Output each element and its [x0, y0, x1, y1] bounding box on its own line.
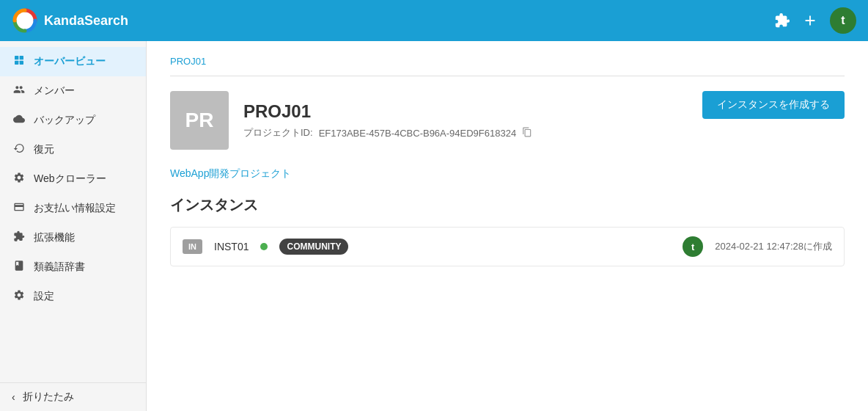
svg-rect-4: [20, 61, 23, 65]
sidebar-item-overview[interactable]: オーバービュー: [0, 47, 146, 76]
sidebar-item-settings[interactable]: 設定: [0, 282, 146, 311]
project-avatar: PR: [170, 91, 229, 150]
sidebar-item-billing-label: お支払い情報設定: [34, 202, 116, 215]
sidebar-nav: オーバービュー メンバー バックアップ 復元: [0, 41, 146, 382]
sidebar-collapse[interactable]: ‹ 折りたたみ: [0, 382, 146, 411]
sidebar-item-members[interactable]: メンバー: [0, 76, 146, 106]
header-actions: t: [774, 7, 856, 34]
instance-created-label: 2024-02-21 12:47:28に作成: [715, 240, 832, 253]
project-description: WebApp開発プロジェクト: [170, 167, 845, 181]
overview-icon: [12, 54, 26, 69]
project-header: PR PROJ01 プロジェクトID: EF173ABE-457B-4CBC-B…: [170, 91, 845, 150]
instance-row[interactable]: IN INST01 COMMUNITY t 2024-02-21 12:47:2…: [170, 227, 845, 266]
sidebar-item-backup[interactable]: バックアップ: [0, 106, 146, 135]
kandasearch-logo-icon: [12, 7, 38, 34]
project-info: PROJ01 プロジェクトID: EF173ABE-457B-4CBC-B96A…: [243, 101, 532, 139]
user-avatar[interactable]: t: [830, 7, 856, 34]
sidebar-item-restore[interactable]: 復元: [0, 135, 146, 164]
project-id-row: プロジェクトID: EF173ABE-457B-4CBC-B96A-94ED9F…: [243, 126, 532, 139]
sidebar-item-extensions[interactable]: 拡張機能: [0, 223, 146, 252]
sidebar-item-extensions-label: 拡張機能: [34, 231, 75, 244]
thesaurus-icon: [12, 260, 26, 274]
sidebar-item-billing[interactable]: お支払い情報設定: [0, 194, 146, 223]
project-header-left: PR PROJ01 プロジェクトID: EF173ABE-457B-4CBC-B…: [170, 91, 532, 150]
instance-badge: IN: [183, 239, 202, 254]
breadcrumb[interactable]: PROJ01: [170, 56, 845, 67]
sidebar-item-settings-label: 設定: [34, 290, 54, 303]
sidebar: オーバービュー メンバー バックアップ 復元: [0, 41, 147, 411]
add-icon: [802, 12, 818, 29]
logo-text: KandaSearch: [44, 13, 128, 29]
instance-type-badge: COMMUNITY: [279, 239, 348, 255]
sidebar-item-restore-label: 復元: [34, 143, 54, 156]
instances-title: インスタンス: [170, 195, 845, 215]
logo-area: KandaSearch: [12, 7, 158, 34]
instances-section: インスタンス IN INST01 COMMUNITY t 2024-02-21 …: [170, 195, 845, 266]
members-icon: [12, 84, 26, 98]
project-id-label: プロジェクトID:: [243, 126, 313, 139]
sidebar-item-overview-label: オーバービュー: [34, 55, 106, 68]
svg-rect-1: [15, 56, 18, 59]
webcrawler-icon: [12, 172, 26, 186]
add-button[interactable]: [802, 12, 818, 29]
extensions-button[interactable]: [774, 12, 790, 29]
svg-rect-2: [20, 56, 23, 59]
main-layout: オーバービュー メンバー バックアップ 復元: [0, 41, 868, 411]
chevron-left-icon: ‹: [12, 391, 15, 403]
sidebar-item-backup-label: バックアップ: [34, 114, 95, 127]
instance-user-avatar: t: [683, 236, 703, 257]
svg-rect-3: [15, 61, 18, 65]
settings-icon: [12, 289, 26, 304]
restore-icon: [12, 142, 26, 157]
sidebar-item-webcrawler-label: Webクローラー: [34, 172, 106, 186]
billing-icon: [12, 201, 26, 216]
puzzle-icon: [774, 12, 790, 29]
project-title: PROJ01: [243, 101, 532, 122]
top-header: KandaSearch t: [0, 0, 868, 41]
content-area: PROJ01 PR PROJ01 プロジェクトID: EF173ABE-457B…: [147, 41, 868, 411]
divider: [170, 76, 845, 76]
instance-status-dot: [260, 243, 268, 250]
copy-icon[interactable]: [522, 127, 532, 139]
sidebar-item-webcrawler[interactable]: Webクローラー: [0, 164, 146, 194]
instance-name: INST01: [214, 241, 249, 252]
extensions-sidebar-icon: [12, 230, 26, 245]
collapse-label: 折りたたみ: [23, 390, 74, 404]
sidebar-item-thesaurus[interactable]: 類義語辞書: [0, 252, 146, 282]
create-instance-button[interactable]: インスタンスを作成する: [702, 91, 845, 119]
sidebar-item-members-label: メンバー: [34, 84, 75, 98]
backup-icon: [12, 113, 26, 128]
sidebar-item-thesaurus-label: 類義語辞書: [34, 261, 85, 274]
project-id-value: EF173ABE-457B-4CBC-B96A-94ED9F618324: [319, 128, 517, 139]
